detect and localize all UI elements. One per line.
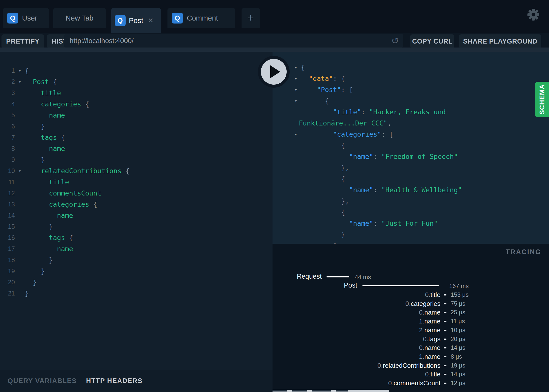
editor-line[interactable]: 3 title xyxy=(0,87,130,98)
play-icon xyxy=(270,65,280,78)
close-tab-icon[interactable]: ✕ xyxy=(148,17,154,24)
trace-field-index: 0. xyxy=(378,362,383,369)
trace-field-bar xyxy=(444,294,446,295)
fold-gutter xyxy=(273,162,301,173)
editor-line[interactable]: 19 } xyxy=(0,266,130,277)
response-line: { xyxy=(273,207,462,218)
editor-line-text: } xyxy=(25,266,45,277)
trace-field-path: 1.name xyxy=(419,317,440,326)
fold-arrow-icon[interactable]: ▾ xyxy=(273,129,301,140)
fold-gutter xyxy=(15,254,25,266)
http-headers-tab[interactable]: HTTP HEADERS xyxy=(86,377,143,385)
editor-line-text: relatedContributions { xyxy=(25,165,130,176)
tracing-title: TRACING xyxy=(506,248,541,256)
editor-line[interactable]: 6 } xyxy=(0,121,130,132)
editor-line[interactable]: 16 tags { xyxy=(0,232,130,243)
editor-line[interactable]: 2▾ Post { xyxy=(0,76,130,87)
trace-request-label: Request xyxy=(297,273,322,280)
fold-gutter xyxy=(273,140,301,151)
trace-field-row: 1.name8 μs xyxy=(273,352,549,361)
trace-field-bar xyxy=(444,365,446,366)
editor-line-text: } xyxy=(25,121,45,132)
response-line: "name": "Just For Fun" xyxy=(273,218,462,229)
response-line: }, xyxy=(273,196,462,207)
settings-gear-icon[interactable] xyxy=(527,8,540,21)
editor-line-text: commentsCount xyxy=(25,188,101,199)
trace-field-path: 1.name xyxy=(419,352,440,361)
trace-field-path: 0.relatedContributions xyxy=(378,361,440,370)
line-number: 21 xyxy=(0,288,15,299)
editor-line[interactable]: 14 name xyxy=(0,210,130,221)
trace-field-index: 0. xyxy=(425,291,431,298)
response-line-text: "name": "Just For Fun" xyxy=(301,218,438,229)
trace-post-label: Post xyxy=(344,282,357,289)
query-editor-pane[interactable]: 1▾{2▾ Post {3 title4 categories {5 name6… xyxy=(0,52,273,370)
response-json-lines: ▾{▾ "data": {▾ "Post": [▾ { "title": "Ha… xyxy=(273,62,462,244)
fold-arrow-icon[interactable]: ▾ xyxy=(15,165,25,176)
editor-line[interactable]: 13 categories { xyxy=(0,199,130,210)
new-tab-button[interactable]: + xyxy=(242,8,260,28)
line-number: 5 xyxy=(0,110,15,121)
trace-field-bar xyxy=(444,374,446,375)
fold-gutter xyxy=(15,210,25,221)
response-line-text: }, xyxy=(301,162,349,173)
editor-line[interactable]: 18 } xyxy=(0,254,130,266)
copy-curl-button[interactable]: COPY CURL xyxy=(410,34,454,48)
editor-line[interactable]: 12 commentsCount xyxy=(0,188,130,199)
trace-field-index: 1. xyxy=(419,318,424,325)
query-variables-tab[interactable]: QUERY VARIABLES xyxy=(8,377,77,385)
editor-line[interactable]: 17 name xyxy=(0,243,130,254)
tab-post[interactable]: Q Post ✕ xyxy=(111,8,161,33)
tab-label: New Tab xyxy=(66,14,93,22)
editor-line[interactable]: 10▾ relatedContributions { xyxy=(0,165,130,176)
trace-field-time: 12 μs xyxy=(451,380,465,387)
fold-gutter xyxy=(273,229,301,240)
trace-field-row: 0.name14 μs xyxy=(273,343,549,352)
editor-line[interactable]: 4 categories { xyxy=(0,98,130,110)
tab-comment[interactable]: Q Comment xyxy=(167,8,235,28)
trace-field-bar xyxy=(444,312,446,313)
tab-user[interactable]: Q User xyxy=(3,8,49,28)
fold-gutter xyxy=(15,87,25,98)
editor-line[interactable]: 20 } xyxy=(0,277,130,288)
reload-schema-icon[interactable]: ↺ xyxy=(391,36,399,45)
fold-gutter xyxy=(15,132,25,143)
editor-line[interactable]: 21} xyxy=(0,288,130,299)
trace-field-index: 0. xyxy=(419,309,424,316)
editor-line[interactable]: 5 name xyxy=(0,110,130,121)
schema-tab[interactable]: SCHEMA xyxy=(535,82,549,117)
fold-arrow-icon[interactable]: ▾ xyxy=(273,95,301,106)
trace-field-time: 25 μs xyxy=(451,309,465,316)
execute-query-button[interactable] xyxy=(258,56,290,88)
response-line: }, xyxy=(273,162,462,173)
line-number: 3 xyxy=(0,87,15,98)
fold-gutter xyxy=(15,277,25,288)
fold-arrow-icon[interactable]: ▾ xyxy=(15,76,25,87)
editor-line[interactable]: 7 tags { xyxy=(0,132,130,143)
fold-arrow-icon[interactable]: ▾ xyxy=(15,65,25,76)
prettify-button[interactable]: PRETTIFY xyxy=(1,34,44,48)
tab-new-tab[interactable]: New Tab xyxy=(53,8,106,28)
trace-field-index: 0. xyxy=(405,300,411,307)
trace-field-index: 0. xyxy=(419,344,424,351)
trace-field-index: 2. xyxy=(419,326,424,334)
response-line: { xyxy=(273,140,462,151)
editor-line-text: } xyxy=(25,288,29,299)
trace-field-bar xyxy=(444,339,446,340)
response-line-text: "name": "Freedom of Speech" xyxy=(301,151,458,162)
trace-field-bar xyxy=(444,347,446,348)
trace-field-path: 0.name xyxy=(419,343,440,352)
trace-field-path: 0.categories xyxy=(405,299,440,308)
response-line-text: "data": { xyxy=(301,73,345,84)
trace-field-bar xyxy=(444,303,446,304)
trace-field-time: 19 μs xyxy=(451,362,465,369)
fold-gutter xyxy=(273,173,301,184)
share-playground-button[interactable]: SHARE PLAYGROUND xyxy=(459,34,541,48)
trace-post-time: 167 ms xyxy=(449,283,469,290)
editor-line[interactable]: 1▾{ xyxy=(0,65,130,76)
editor-line[interactable]: 11 title xyxy=(0,176,130,188)
editor-line[interactable]: 8 name xyxy=(0,143,130,154)
endpoint-url-input[interactable]: http://localhost:4000/ ↺ xyxy=(64,34,403,48)
editor-line[interactable]: 9 } xyxy=(0,154,130,165)
editor-line[interactable]: 15 } xyxy=(0,221,130,232)
